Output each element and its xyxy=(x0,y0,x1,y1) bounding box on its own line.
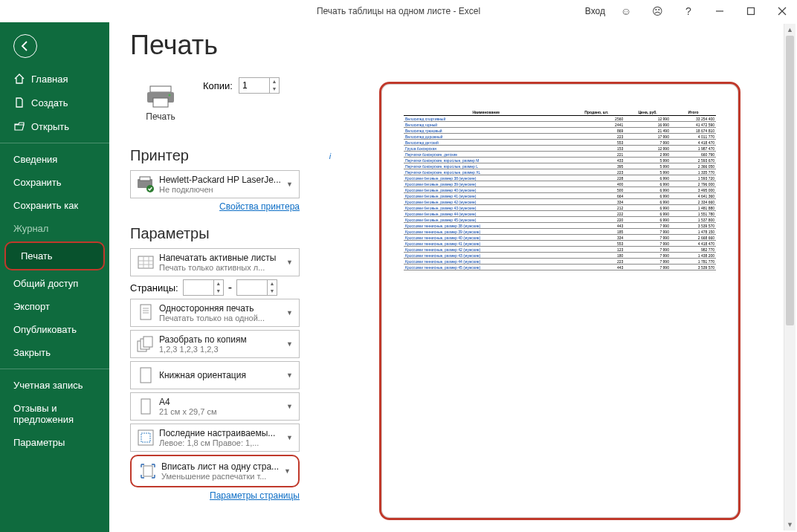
chevron-down-icon: ▼ xyxy=(283,181,296,188)
info-icon[interactable]: i xyxy=(324,150,336,162)
back-button[interactable] xyxy=(13,34,37,58)
sidebar-item-home[interactable]: Главная xyxy=(0,67,109,91)
page-to-spinner[interactable]: ▲▼ xyxy=(236,279,277,296)
print-what-t1: Напечатать активные листы xyxy=(159,253,283,263)
copies-input[interactable] xyxy=(239,78,269,93)
sidebar-item-share[interactable]: Общий доступ xyxy=(0,272,109,295)
sidebar-item-save[interactable]: Сохранить xyxy=(0,171,109,194)
collate-icon xyxy=(135,334,156,354)
scaling-dropdown[interactable]: Вписать лист на одну стра...Уменьшение р… xyxy=(130,455,300,487)
sidebar-label-share: Общий доступ xyxy=(13,278,78,289)
sidebar-item-new[interactable]: Создать xyxy=(0,91,109,114)
print-settings-panel: Печать Печать Копии: xyxy=(109,22,336,532)
sides-t2: Печатать только на одной... xyxy=(159,314,283,322)
chevron-down-icon: ▼ xyxy=(283,340,296,348)
sides-dropdown[interactable]: Односторонняя печатьПечатать только на о… xyxy=(130,299,300,327)
sidebar-label-save: Сохранить xyxy=(13,177,62,188)
paper-icon xyxy=(135,396,156,417)
pages-label: Страницы: xyxy=(130,282,178,293)
sidebar-item-print[interactable]: Печать xyxy=(6,243,103,269)
sheets-icon xyxy=(135,252,156,273)
sidebar-item-publish[interactable]: Опубликовать xyxy=(0,318,109,341)
face-smile-icon[interactable]: ☺ xyxy=(616,3,636,19)
paper-t1: A4 xyxy=(159,397,283,407)
printer-status-icon xyxy=(135,174,156,195)
home-icon xyxy=(13,73,25,85)
printer-status: Не подключен xyxy=(159,185,283,194)
window-title: Печать таблицы на одном листе - Excel xyxy=(317,6,480,16)
sidebar-label-publish: Опубликовать xyxy=(13,324,77,335)
sidebar-label-close: Закрыть xyxy=(13,347,51,358)
paper-dropdown[interactable]: A421 см x 29,7 см ▼ xyxy=(130,392,300,421)
face-sad-icon[interactable]: ☹ xyxy=(647,3,668,19)
page-to-up[interactable]: ▲ xyxy=(268,280,277,288)
print-button-label: Печать xyxy=(146,111,175,122)
sidebar-item-feedback[interactable]: Отзывы и предложения xyxy=(0,397,109,431)
copies-label: Копии: xyxy=(203,80,233,91)
sidebar-item-close[interactable]: Закрыть xyxy=(0,341,109,364)
sidebar-label-new: Создать xyxy=(31,97,68,108)
page-from-down[interactable]: ▼ xyxy=(214,288,223,295)
minimize-button[interactable] xyxy=(709,3,730,19)
chevron-down-icon: ▼ xyxy=(283,403,296,410)
sidebar-item-saveas[interactable]: Сохранить как xyxy=(0,194,109,217)
sidebar-label-feedback: Отзывы и предложения xyxy=(13,403,99,425)
collate-t1: Разобрать по копиям xyxy=(159,334,283,345)
help-icon[interactable]: ? xyxy=(678,3,699,19)
printer-name: Hewlett-Packard HP LaserJe... xyxy=(159,175,283,185)
collate-dropdown[interactable]: Разобрать по копиям1,2,3 1,2,3 1,2,3 ▼ xyxy=(130,330,300,358)
arrow-left-icon xyxy=(19,40,31,52)
scale-t1: Вписать лист на одну стра... xyxy=(161,461,281,472)
scroll-thumb[interactable] xyxy=(786,36,794,325)
close-button[interactable] xyxy=(772,3,793,19)
printer-icon xyxy=(146,85,175,108)
login-link[interactable]: Вход xyxy=(585,6,605,16)
page-setup-link[interactable]: Параметры страницы xyxy=(130,490,300,501)
svg-rect-11 xyxy=(138,256,153,268)
sidebar-label-export: Экспорт xyxy=(13,301,50,312)
page-from-input[interactable] xyxy=(184,280,213,295)
sidebar-label-home: Главная xyxy=(31,74,68,85)
sidebar-label-account: Учетная запись xyxy=(13,380,83,391)
print-what-dropdown[interactable]: Напечатать активные листыПечать только а… xyxy=(130,248,300,276)
page-to-input[interactable] xyxy=(237,280,267,295)
print-button[interactable]: Печать xyxy=(130,73,191,134)
copies-down[interactable]: ▼ xyxy=(270,85,279,93)
chevron-down-icon: ▼ xyxy=(283,434,296,441)
scroll-down-button[interactable]: ▼ xyxy=(784,519,796,531)
folder-open-icon xyxy=(13,120,25,132)
maximize-button[interactable] xyxy=(740,3,761,19)
svg-rect-9 xyxy=(140,177,150,181)
preview-table: НаименованиеПродано, шт.Цена, руб.Итого … xyxy=(404,109,716,270)
svg-rect-24 xyxy=(141,399,150,414)
sidebar-item-history[interactable]: Журнал xyxy=(0,217,109,240)
sidebar-item-export[interactable]: Экспорт xyxy=(0,295,109,318)
document-new-icon xyxy=(13,97,25,108)
page-from-up[interactable]: ▲ xyxy=(214,280,223,288)
copies-spinner[interactable]: ▲ ▼ xyxy=(239,77,280,94)
sidebar-item-account[interactable]: Учетная запись xyxy=(0,374,109,397)
printer-dropdown[interactable]: Hewlett-Packard HP LaserJe... Не подключ… xyxy=(130,170,300,198)
svg-point-7 xyxy=(169,94,171,97)
printer-properties-link[interactable]: Свойства принтера xyxy=(130,201,300,212)
page-from-spinner[interactable]: ▲▼ xyxy=(183,279,224,296)
chevron-down-icon: ▼ xyxy=(283,372,296,379)
margins-icon xyxy=(135,427,156,448)
margins-dropdown[interactable]: Последние настраиваемы...Левое: 1,8 см П… xyxy=(130,424,300,452)
preview-page: НаименованиеПродано, шт.Цена, руб.Итого … xyxy=(379,82,740,520)
scroll-track[interactable] xyxy=(784,36,796,519)
scroll-up-button[interactable]: ▲ xyxy=(784,24,796,36)
svg-rect-4 xyxy=(150,86,171,92)
sidebar-label-history: Журнал xyxy=(13,223,48,234)
print-preview-pane: НаименованиеПродано, шт.Цена, руб.Итого … xyxy=(336,22,797,532)
chevron-down-icon: ▼ xyxy=(283,259,296,266)
sidebar-item-open[interactable]: Открыть xyxy=(0,114,109,138)
page-to-down[interactable]: ▼ xyxy=(268,288,277,295)
copies-up[interactable]: ▲ xyxy=(270,78,279,85)
sidebar-item-info[interactable]: Сведения xyxy=(0,148,109,171)
sidebar-label-saveas: Сохранить как xyxy=(13,200,78,211)
vertical-scrollbar[interactable]: ▲ ▼ xyxy=(784,24,796,531)
scale-t2: Уменьшение распечатки т... xyxy=(161,472,281,481)
orientation-dropdown[interactable]: Книжная ориентация ▼ xyxy=(130,361,300,389)
sidebar-item-options[interactable]: Параметры xyxy=(0,431,109,454)
